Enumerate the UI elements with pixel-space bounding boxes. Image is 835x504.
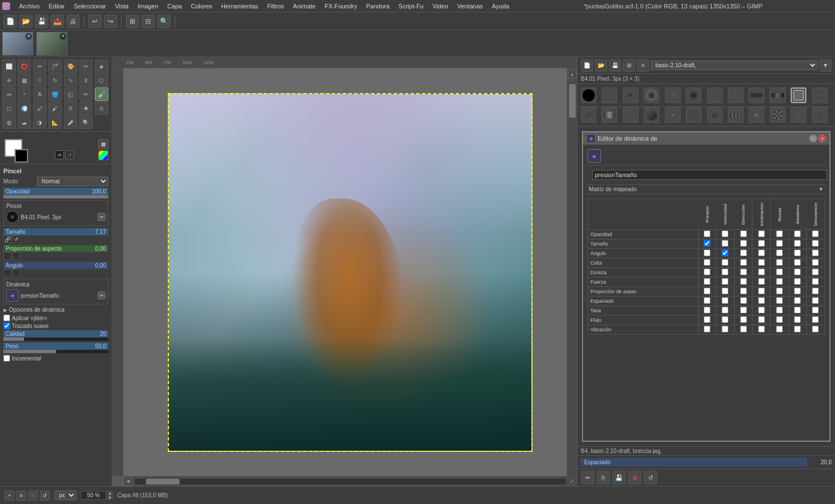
undo-icon[interactable]: ↩ (88, 15, 102, 28)
brush-cell-r2-4[interactable]: ✦ (665, 107, 681, 123)
dyn-prop-aleatorio[interactable] (794, 288, 801, 294)
jitter-checkbox[interactable] (3, 315, 10, 321)
menu-seleccionar[interactable]: Seleccionar (69, 2, 110, 11)
dodge-burn-tool[interactable]: ◑ (33, 115, 47, 129)
status-stop-btn[interactable]: ⊗ (28, 491, 38, 501)
dyn-color-rueda[interactable] (776, 259, 783, 266)
redo-icon[interactable]: ↪ (104, 15, 117, 28)
brush-cell-1[interactable]: — — (602, 87, 617, 103)
clone-tool[interactable]: ⎘ (64, 101, 77, 115)
brush-cell-r2-1[interactable] (602, 107, 617, 123)
dyn-prop-velocidad[interactable] (722, 288, 728, 294)
menu-ventanas[interactable]: Ventanas (453, 2, 488, 11)
brush-cell-r2-8[interactable]: ≋ (749, 107, 764, 123)
dyn-angulo-rueda[interactable] (776, 249, 783, 256)
peso-slider[interactable] (3, 350, 108, 353)
dyn-color-velocidad[interactable] (722, 259, 728, 266)
dyn-flujo-desvanece[interactable] (812, 316, 819, 323)
dyn-fuerza-presion[interactable] (704, 278, 710, 285)
smudge-tool[interactable]: ☁ (17, 115, 31, 129)
foreground-select-tool[interactable]: ◈ (95, 59, 108, 73)
menu-capa[interactable]: Capa (163, 2, 186, 11)
dyn-flujo-presion[interactable] (704, 316, 710, 323)
brush-cell-6[interactable]: ✳ (707, 87, 723, 103)
hscroll-left-btn[interactable]: ◀ (123, 477, 132, 486)
menu-animate[interactable]: Animate (288, 2, 320, 11)
refresh-brush-btn[interactable]: ↺ (644, 471, 657, 484)
new-brush-btn[interactable]: ✏ (581, 471, 594, 484)
dyn-tamano-direccion[interactable] (740, 240, 747, 247)
dyn-angulo-presion[interactable] (704, 249, 710, 256)
aspect-label[interactable]: Proporción de aspecto 0,00 (3, 245, 108, 252)
pencil-tool[interactable]: ✏ (79, 87, 93, 101)
status-refresh-btn[interactable]: ↺ (40, 491, 50, 501)
warp-tool[interactable]: ~ (17, 87, 31, 101)
dyn-tasa-velocidad[interactable] (722, 307, 728, 313)
dyn-opacidad-aleatorio[interactable] (794, 230, 801, 237)
text-tool[interactable]: A (33, 87, 47, 101)
dyn-prop-rueda[interactable] (776, 288, 783, 294)
zoom-100-icon[interactable]: ⊟ (141, 15, 155, 28)
dyn-opacidad-presion[interactable] (704, 230, 710, 237)
tab-2[interactable]: ✕ (36, 32, 67, 56)
dyn-tamano-desvanece[interactable] (812, 240, 819, 247)
dyn-esp-rueda[interactable] (776, 297, 783, 304)
swap-colors-icon[interactable]: ⇄ (55, 150, 64, 159)
dyn-opacidad-desvanece[interactable] (812, 230, 819, 237)
zoom-fit-icon[interactable]: ⊞ (126, 15, 139, 28)
angle-link-icon[interactable] (3, 269, 11, 277)
tab-1[interactable]: ✕ (2, 32, 33, 56)
dyn-angulo-velocidad[interactable] (722, 249, 728, 256)
hscroll-thumb[interactable] (146, 479, 180, 484)
dyn-dureza-rueda[interactable] (776, 269, 783, 275)
corner-icon[interactable]: ⤢ (567, 476, 577, 486)
dyn-fuerza-desvanece[interactable] (812, 278, 819, 285)
brush-cell-r2-3[interactable] (644, 107, 659, 123)
opciones-label[interactable]: Opciones de dinámica (9, 307, 65, 313)
brush-cell-7[interactable]: ⊕ (728, 87, 744, 103)
brush-cell-r2-0[interactable]: ⬛ (581, 107, 597, 123)
dyn-dureza-presion[interactable] (704, 269, 710, 275)
dyn-tasa-rueda[interactable] (776, 307, 783, 313)
pincel-edit-icon[interactable]: ✏ (98, 213, 105, 221)
minimize-btn[interactable]: ─ (809, 135, 817, 142)
brush-cell-r2-10[interactable]: ╬ (791, 107, 806, 123)
brush-save-icon[interactable]: 💾 (609, 59, 621, 72)
incremental-checkbox[interactable] (3, 355, 10, 362)
export-icon[interactable]: 📤 (51, 15, 64, 28)
dyn-dureza-velocidad[interactable] (722, 269, 728, 275)
dyn-flujo-velocidad[interactable] (722, 316, 728, 323)
vscroll-up-btn[interactable]: ▲ (568, 70, 577, 78)
dinamica-dialog-icon2[interactable]: ◈ (588, 149, 601, 163)
menu-imagen[interactable]: Imagen (133, 2, 163, 11)
menu-fx[interactable]: FX-Foundry (320, 2, 361, 11)
dyn-angulo-inclinacion[interactable] (758, 249, 765, 256)
perspective-clone-tool[interactable]: ⎙ (95, 101, 108, 115)
dyn-tamano-inclinacion[interactable] (758, 240, 765, 247)
menu-archivo[interactable]: Archivo (15, 2, 44, 11)
vscrollbar[interactable]: ▲ (567, 68, 577, 476)
dyn-tasa-presion[interactable] (704, 307, 710, 313)
dyn-vib-presion[interactable] (704, 326, 710, 332)
menu-vista[interactable]: Vista (111, 2, 133, 11)
delete-brush-btn[interactable]: ⊗ (628, 471, 641, 484)
dup-brush-btn[interactable]: ⎘ (597, 471, 610, 484)
tab-1-close[interactable]: ✕ (25, 33, 32, 40)
ellipse-select-tool[interactable]: ⭕ (17, 59, 31, 73)
dyn-opacidad-direccion[interactable] (740, 230, 747, 237)
preset-arrow[interactable]: ▼ (818, 186, 824, 192)
dyn-esp-aleatorio[interactable] (794, 297, 801, 304)
brush-cell-r2-11[interactable] (812, 107, 828, 123)
unit-dropdown[interactable]: px (54, 491, 76, 500)
brush-cell-5[interactable] (686, 87, 701, 103)
dyn-tamano-presion[interactable] (704, 240, 710, 247)
brush-cell-3[interactable] (644, 87, 659, 103)
dyn-color-presion[interactable] (704, 259, 710, 266)
dyn-vib-rueda[interactable] (776, 326, 783, 332)
aspect-reset-icon[interactable] (12, 252, 20, 260)
dyn-fuerza-rueda[interactable] (776, 278, 783, 285)
brush-grid-icon[interactable]: ⊞ (623, 59, 635, 72)
brush-cell-11[interactable]: ◆◆◆◆ (812, 87, 828, 103)
blend-tool[interactable]: ◱ (64, 87, 77, 101)
dyn-esp-direccion[interactable] (740, 297, 747, 304)
